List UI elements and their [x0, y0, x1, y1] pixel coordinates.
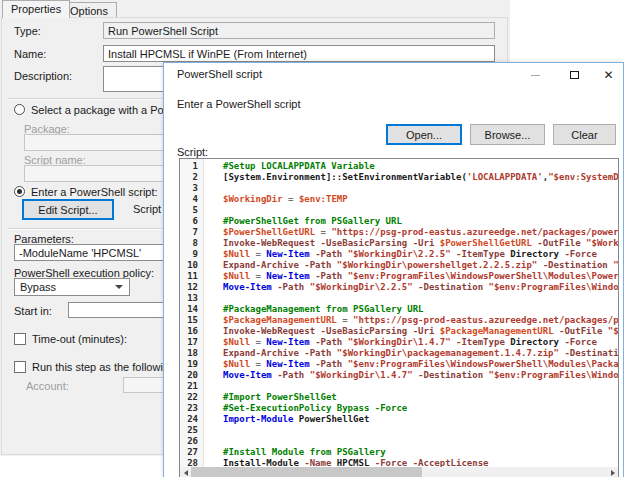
script-status-label: Script status: [133, 203, 163, 215]
code-line: 3: [180, 183, 618, 194]
chevron-down-icon: [115, 285, 123, 289]
line-number: 23: [180, 403, 201, 414]
line-number: 26: [180, 436, 201, 447]
line-number: 6: [180, 216, 201, 227]
line-number: 20: [180, 370, 201, 381]
line-number: 10: [180, 260, 201, 271]
titlebar[interactable]: PowerShell script ✕: [164, 63, 623, 87]
clear-button[interactable]: Clear: [553, 124, 616, 145]
code-line: 6#PowerShellGet from PSGallery URL: [180, 216, 618, 227]
line-number: 21: [180, 381, 201, 392]
code-line: 4$WorkingDir = $env:TEMP: [180, 194, 618, 205]
scroll-left-button[interactable]: [180, 467, 191, 477]
code-line: 23#Set-ExecutionPolicy Bypass -Force: [180, 403, 618, 414]
line-number: 17: [180, 337, 201, 348]
line-number: 7: [180, 227, 201, 238]
edit-script-button[interactable]: Edit Script...: [22, 199, 114, 220]
line-number: 1: [180, 161, 201, 172]
code-line: 20Move-Item -Path "$WorkingDir\1.4.7" -D…: [180, 370, 618, 381]
code-line: 8Invoke-WebRequest -UseBasicParsing -Uri…: [180, 238, 618, 249]
line-number: 18: [180, 348, 201, 359]
account-label: Account:: [26, 380, 69, 392]
close-icon: ✕: [603, 69, 613, 81]
code-line: 18Expand-Archive -Path "$WorkingDir\pack…: [180, 348, 618, 359]
enter-script-radio[interactable]: [14, 186, 25, 197]
code-line: 10Expand-Archive -Path "$WorkingDir\powe…: [180, 260, 618, 271]
name-label: Name:: [14, 48, 46, 60]
minimize-button[interactable]: [517, 63, 553, 87]
execution-policy-select[interactable]: Bypass: [14, 278, 130, 296]
type-field: Run PowerShell Script: [103, 22, 495, 39]
maximize-icon: [570, 71, 579, 79]
line-number: 5: [180, 205, 201, 216]
select-package-radio[interactable]: [14, 104, 25, 115]
line-number: 25: [180, 425, 201, 436]
line-number: 13: [180, 293, 201, 304]
start-in-label: Start in:: [14, 305, 52, 317]
code-line: 11$Null = New-Item -Path "$env:ProgramFi…: [180, 271, 618, 282]
code-line: 15$PackageManagementURL = "https://psg-p…: [180, 315, 618, 326]
code-line: 19$Null = New-Item -Path "$env:ProgramFi…: [180, 359, 618, 370]
line-number: 16: [180, 326, 201, 337]
code-line: 22#Import PowerShellGet: [180, 392, 618, 403]
open-button[interactable]: Open...: [386, 124, 462, 145]
execution-policy-value: Bypass: [20, 281, 56, 293]
enter-script-prompt: Enter a PowerShell script: [177, 98, 301, 110]
code-line: 9$Null = New-Item -Path "$WorkingDir\2.2…: [180, 249, 618, 260]
line-number: 11: [180, 271, 201, 282]
run-as-checkbox[interactable]: [14, 361, 26, 373]
window-title: PowerShell script: [177, 68, 262, 80]
line-number: 4: [180, 194, 201, 205]
line-number: 9: [180, 249, 201, 260]
code-line: 21: [180, 381, 618, 392]
code-line: 2[System.Environment]::SetEnvironmentVar…: [180, 172, 618, 183]
scroll-left-icon: [184, 470, 188, 476]
line-number: 27: [180, 447, 201, 458]
line-number: 12: [180, 282, 201, 293]
powershell-script-window: PowerShell script ✕ Enter a PowerShell s…: [163, 62, 624, 477]
code-line: 27#Install Module from PSGallery: [180, 447, 618, 458]
code-line: 5: [180, 205, 618, 216]
timeout-checkbox[interactable]: [14, 333, 26, 345]
code-line: 7$PowerShellGetURL = "https://psg-prod-e…: [180, 227, 618, 238]
tab-properties[interactable]: Properties: [2, 0, 70, 18]
script-editor-lines: 1#Setup LOCALAPPDATA Variable2[System.En…: [180, 161, 618, 469]
timeout-label: Time-out (minutes):: [32, 333, 127, 345]
maximize-button[interactable]: [556, 63, 592, 87]
code-line: 1#Setup LOCALAPPDATA Variable: [180, 161, 618, 172]
script-label: Script:: [177, 146, 208, 158]
code-line: 16Invoke-WebRequest -UseBasicParsing -Ur…: [180, 326, 618, 337]
horizontal-scrollbar[interactable]: [180, 467, 618, 477]
code-line: 12Move-Item -Path "$WorkingDir\2.2.5" -D…: [180, 282, 618, 293]
browse-button[interactable]: Browse...: [470, 124, 545, 145]
name-field[interactable]: Install HPCMSL if WinPE (From Internet): [103, 45, 495, 62]
scrollbar-thumb[interactable]: [191, 467, 422, 477]
script-editor[interactable]: 1#Setup LOCALAPPDATA Variable2[System.En…: [179, 158, 619, 477]
description-label: Description:: [14, 70, 72, 82]
line-number: 19: [180, 359, 201, 370]
line-number: 24: [180, 414, 201, 425]
minimize-icon: [531, 75, 540, 76]
scroll-right-button[interactable]: [607, 467, 618, 477]
screen: Properties Options Type: Run PowerShell …: [0, 0, 624, 477]
line-number: 3: [180, 183, 201, 194]
line-number: 2: [180, 172, 201, 183]
line-number: 22: [180, 392, 201, 403]
code-line: 17$Null = New-Item -Path "$WorkingDir\1.…: [180, 337, 618, 348]
type-label: Type:: [14, 25, 41, 37]
code-line: 25: [180, 425, 618, 436]
line-number: 14: [180, 304, 201, 315]
line-number: 8: [180, 238, 201, 249]
line-number: 15: [180, 315, 201, 326]
code-line: 14#PackageManagement from PSGallery URL: [180, 304, 618, 315]
code-line: 13: [180, 293, 618, 304]
scroll-right-icon: [611, 470, 615, 476]
close-button[interactable]: ✕: [594, 63, 623, 87]
code-line: 24Import-Module PowerShellGet: [180, 414, 618, 425]
code-line: 26: [180, 436, 618, 447]
enter-script-label: Enter a PowerShell script:: [31, 186, 158, 198]
